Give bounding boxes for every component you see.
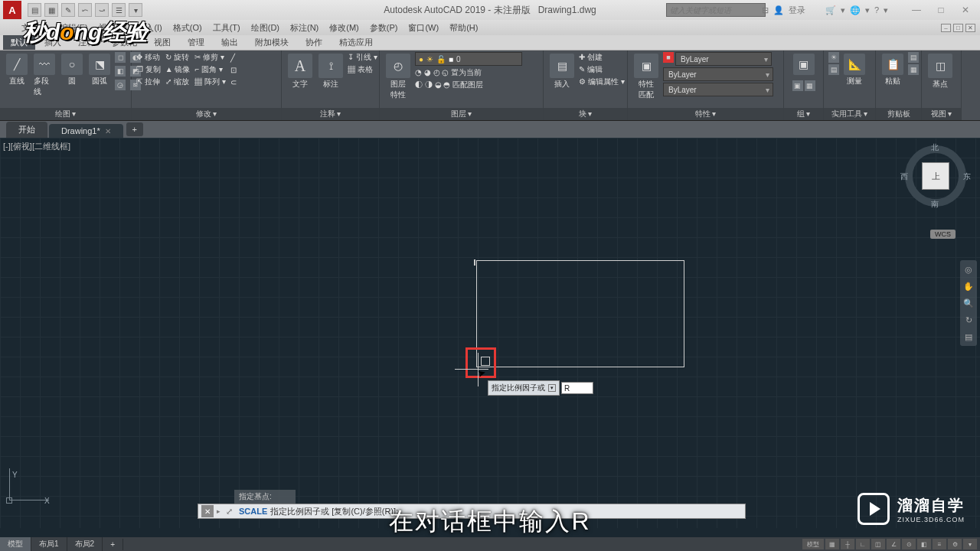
close-button[interactable]: ✕ [954,3,977,17]
scale-button[interactable]: ⤢ 缩放 [165,77,191,87]
dim-button[interactable]: ⟟标注 [317,52,345,91]
panel-title[interactable]: 图层 ▾ [380,108,543,120]
qat-btn[interactable]: ⤺ [78,3,92,17]
status-icon[interactable]: ≡ [933,539,946,549]
fillet-button[interactable]: ⌐ 圆角 ▾ [194,64,226,75]
layer-combo[interactable]: ● ☀ 🔓 ■ 0 [415,52,522,66]
panel-title[interactable]: 剪贴板 [876,108,921,120]
search-box[interactable] [666,3,766,17]
rectangle-object[interactable] [476,260,684,367]
tab-start[interactable]: 开始 [6,122,47,138]
doc-min-button[interactable]: – [941,24,951,32]
tab-layout1[interactable]: 布局1 [31,537,67,551]
menu-help[interactable]: 帮助(H) [449,22,478,34]
panel-title[interactable]: 视图 ▾ [922,108,961,120]
ribbon-tab-view[interactable]: 视图 [146,35,178,50]
panel-title[interactable]: 修改 ▾ [132,108,281,120]
chevron-down-icon[interactable]: ▾ [884,5,888,15]
status-icon[interactable]: ▦ [825,539,839,549]
util-icon[interactable]: ▤ [828,64,839,75]
polyline-button[interactable]: 〰多段线 [32,52,57,99]
mod-icon[interactable]: ⊡ [230,64,237,75]
tab-model[interactable]: 模型 [0,537,31,551]
menu-format[interactable]: 格式(O) [173,22,202,34]
app-logo[interactable]: A [3,1,21,19]
qat-btn[interactable]: ▦ [44,3,58,17]
move-button[interactable]: ✥ 移动 [136,52,161,63]
tab-layout2[interactable]: 布局2 [67,537,103,551]
login-text[interactable]: 登录 [789,5,805,16]
array-button[interactable]: ▦ 阵列 ▾ [194,77,226,87]
exchange-icon[interactable]: 🛒 [825,5,836,15]
globe-icon[interactable]: 🌐 [850,5,861,15]
viewcube-top[interactable]: 上 [922,162,949,190]
dir-west[interactable]: 西 [900,171,908,182]
draw-small-icon[interactable]: ◶ [115,80,126,90]
edit-attr-button[interactable]: ⚙ 编辑属性 ▾ [579,77,625,87]
drawing-canvas[interactable]: [-][俯视][二维线框] ➤ 指定比例因子或▾ 上 北 南 东 西 WCS ◎… [0,138,980,528]
mirror-button[interactable]: ▲ 镜像 [165,64,191,75]
panel-title[interactable]: 特性 ▾ [628,108,783,120]
menu-dimension[interactable]: 标注(N) [290,22,318,34]
new-tab-button[interactable]: + [126,122,143,136]
menu-window[interactable]: 窗口(W) [408,22,439,34]
insert-block-button[interactable]: ▤插入 [548,52,576,91]
leader-button[interactable]: ↧ 引线 ▾ [348,52,377,63]
qat-btn[interactable]: ☰ [112,3,126,17]
orbit-icon[interactable]: ↻ [962,314,975,326]
status-icon[interactable]: ◧ [917,539,931,549]
group-button[interactable]: ▣组 ▾ [792,52,816,77]
clip-icon[interactable]: ▤ [908,52,919,63]
tab-drawing1[interactable]: Drawing1*✕ [49,124,123,138]
circle-button[interactable]: ○圆 [60,52,84,88]
group-small-icon[interactable]: ▦ [805,80,815,91]
status-icon[interactable]: ◫ [871,539,885,549]
dir-south[interactable]: 南 [931,199,939,210]
qat-btn[interactable]: ⤻ [95,3,109,17]
stretch-button[interactable]: ⇱ 拉伸 [136,77,161,87]
status-icon[interactable]: ∟ [856,539,870,549]
qat-btn[interactable]: ▤ [28,3,41,17]
ribbon-tab-manage[interactable]: 管理 [180,35,212,50]
color-select[interactable]: ByLayer [675,52,772,66]
help-icon[interactable]: ? [874,5,879,15]
create-block-button[interactable]: ✚ 创建 [579,52,625,63]
status-icon[interactable]: ∠ [887,539,900,549]
panel-title[interactable]: 注释 ▾ [282,108,379,120]
basepoint-button[interactable]: ◫基点 [926,52,954,91]
measure-button[interactable]: 📐测量 [842,52,867,88]
copy-button[interactable]: ❐ 复制 [136,64,161,75]
qat-btn[interactable]: ✎ [61,3,75,17]
status-icon[interactable]: ⚙ [948,539,962,549]
steering-wheel-icon[interactable]: ◎ [962,263,975,276]
lineweight-select[interactable]: ByLayer [663,67,773,81]
edit-block-button[interactable]: ✎ 编辑 [579,64,625,75]
viewport-label[interactable]: [-][俯视][二维线框] [3,141,70,152]
search-input[interactable] [667,4,765,16]
ribbon-tab-output[interactable]: 输出 [214,35,246,50]
dir-north[interactable]: 北 [931,142,939,153]
menu-tools[interactable]: 工具(T) [213,22,240,34]
dynamic-input-field[interactable] [561,382,593,394]
panel-title[interactable]: 组 ▾ [784,108,823,120]
layer-props-button[interactable]: ◴图层 特性 [384,52,412,102]
menu-modify[interactable]: 修改(M) [329,22,359,34]
minimize-button[interactable]: — [905,3,928,17]
linetype-select[interactable]: ByLayer [663,83,773,96]
draw-small-icon[interactable]: ◻ [115,52,126,63]
status-icon[interactable]: ▾ [963,539,977,549]
layer-row[interactable]: ◐ ◑ ◒ ◓ 匹配图层 [415,80,522,90]
match-props-button[interactable]: ▣特性 匹配 [632,52,660,102]
mod-icon[interactable]: ╱ [230,52,237,63]
wcs-badge[interactable]: WCS [930,230,956,239]
status-icon[interactable]: ⊙ [902,539,916,549]
doc-max-button[interactable]: □ [953,24,963,32]
showmotion-icon[interactable]: ▤ [962,331,975,343]
panel-title[interactable]: 绘图 ▾ [0,108,131,120]
login-area[interactable]: ⊞ 👤 登录 🛒 ▾ 🌐 ▾ ? ▾ [762,5,888,16]
status-model[interactable]: 模型 [802,539,824,549]
util-icon[interactable]: ☀ [828,52,839,63]
pan-icon[interactable]: ✋ [962,280,975,292]
trim-button[interactable]: ✂ 修剪 ▾ [194,52,226,63]
add-layout-button[interactable]: + [103,539,123,550]
